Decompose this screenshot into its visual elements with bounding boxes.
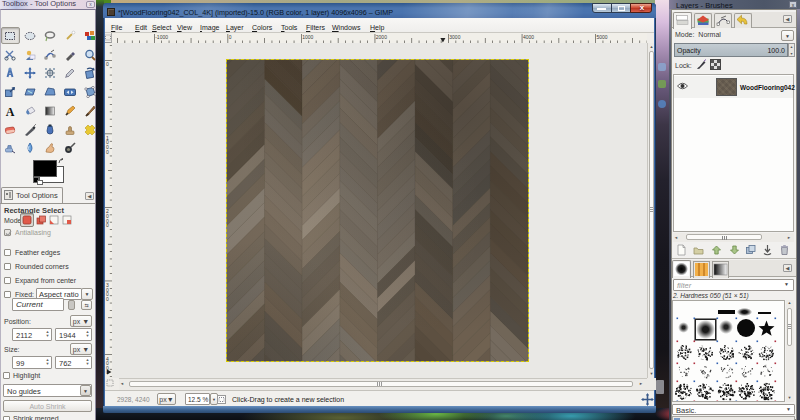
svg-text:5000: 5000: [596, 34, 607, 40]
svg-text:-1000: -1000: [155, 34, 168, 40]
svg-text:0: 0: [106, 222, 109, 228]
svg-text:0: 0: [106, 296, 109, 302]
svg-text:0: 0: [229, 34, 232, 40]
svg-text:0: 0: [106, 61, 109, 67]
svg-text:1000: 1000: [302, 34, 313, 40]
svg-text:4000: 4000: [523, 34, 534, 40]
svg-text:0: 0: [106, 149, 109, 155]
svg-text:A: A: [6, 105, 15, 117]
svg-text:2000: 2000: [376, 34, 387, 40]
svg-text:3000: 3000: [449, 34, 460, 40]
